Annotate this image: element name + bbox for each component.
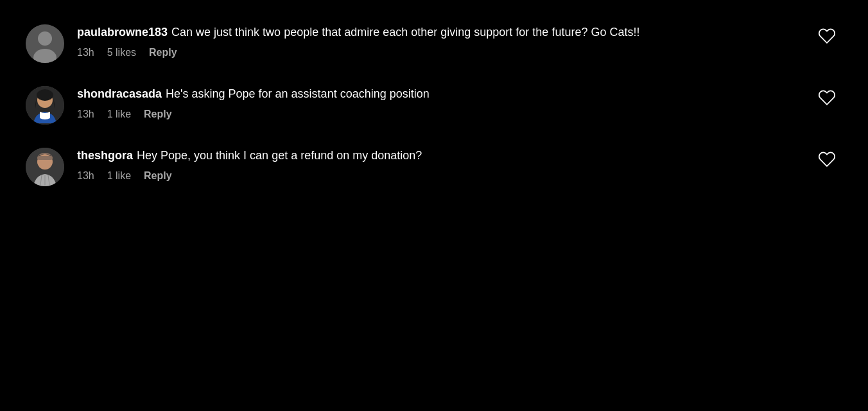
svg-point-1 — [38, 31, 52, 46]
comment-list: paulabrowne183Can we just think two peop… — [26, 13, 842, 198]
comment-username[interactable]: paulabrowne183 — [77, 26, 168, 39]
like-button[interactable] — [818, 89, 836, 109]
comment-item: paulabrowne183Can we just think two peop… — [26, 13, 842, 74]
comment-item: shondracasadaHe's asking Pope for an ass… — [26, 74, 842, 136]
comment-body: theshgoraHey Pope, you think I can get a… — [77, 148, 842, 182]
like-button[interactable] — [818, 150, 836, 171]
comment-time: 13h — [77, 170, 94, 182]
comment-time: 13h — [77, 109, 94, 120]
comment-item: theshgoraHey Pope, you think I can get a… — [26, 136, 842, 198]
comment-body: shondracasadaHe's asking Pope for an ass… — [77, 86, 842, 120]
comment-likes[interactable]: 5 likes — [107, 47, 136, 58]
comment-username[interactable]: theshgora — [77, 149, 133, 162]
reply-button[interactable]: Reply — [144, 170, 172, 182]
comment-meta: 13h1 likeReply — [77, 109, 804, 120]
comment-content: Hey Pope, you think I can get a refund o… — [137, 149, 422, 162]
comment-content: Can we just think two people that admire… — [171, 26, 639, 39]
svg-rect-8 — [37, 156, 53, 160]
reply-button[interactable]: Reply — [144, 109, 172, 120]
like-button[interactable] — [818, 27, 836, 48]
comment-text: theshgoraHey Pope, you think I can get a… — [77, 148, 804, 164]
comment-time: 13h — [77, 47, 94, 58]
comment-likes[interactable]: 1 like — [107, 170, 131, 182]
svg-point-5 — [37, 89, 53, 101]
comment-content: He's asking Pope for an assistant coachi… — [166, 87, 430, 100]
avatar — [26, 24, 64, 63]
comment-meta: 13h5 likesReply — [77, 47, 804, 58]
comment-body: paulabrowne183Can we just think two peop… — [77, 24, 842, 58]
avatar — [26, 86, 64, 125]
comment-text: paulabrowne183Can we just think two peop… — [77, 24, 804, 40]
reply-button[interactable]: Reply — [149, 47, 177, 58]
comment-meta: 13h1 likeReply — [77, 170, 804, 182]
comment-username[interactable]: shondracasada — [77, 87, 162, 100]
comment-text: shondracasadaHe's asking Pope for an ass… — [77, 86, 804, 102]
avatar — [26, 148, 64, 186]
comment-likes[interactable]: 1 like — [107, 109, 131, 120]
